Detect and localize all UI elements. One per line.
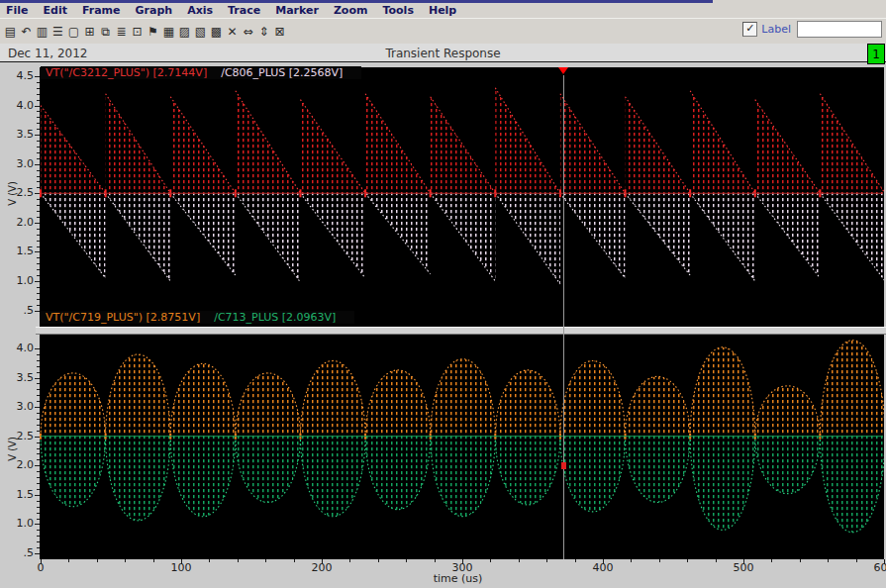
x-minor-tick <box>687 559 688 562</box>
y-minor-tick <box>37 246 40 247</box>
label-input[interactable] <box>797 21 882 38</box>
menu-marker[interactable]: Marker <box>275 4 319 17</box>
x-minor-tick <box>546 559 547 562</box>
y-tick-mark <box>35 135 40 136</box>
trace-label-c713-plus[interactable]: /C713_PLUS [2.0963V] <box>214 311 336 324</box>
split-window-icon[interactable]: ⊞ <box>82 23 97 41</box>
menu-help[interactable]: Help <box>429 4 456 17</box>
x-minor-tick <box>771 559 772 562</box>
y-tick-mark <box>35 553 40 554</box>
strip1-plot-area[interactable] <box>40 67 884 327</box>
redraw-icon[interactable]: ↶ <box>19 23 34 41</box>
zoom-box-icon[interactable]: ⊠ <box>272 23 287 41</box>
y-minor-tick <box>37 536 40 537</box>
fit-icon[interactable]: ✕ <box>225 23 240 41</box>
trace-label-c806-plus[interactable]: /C806_PLUS [2.2568V] <box>221 66 343 79</box>
time-marker-handle-icon[interactable] <box>558 67 568 74</box>
vertical-grid-icon[interactable]: ▥ <box>35 23 49 41</box>
menu-frame[interactable]: Frame <box>82 4 121 17</box>
printer-icon[interactable]: ▤ <box>3 23 18 41</box>
x-minor-tick <box>378 559 379 562</box>
y-tick-label: .5 <box>7 305 34 317</box>
y-minor-tick <box>37 229 40 230</box>
menu-axis[interactable]: Axis <box>187 4 213 17</box>
y-tick-mark <box>35 223 40 224</box>
y-tick-mark <box>35 281 40 282</box>
y-minor-tick <box>37 117 40 118</box>
y-minor-tick <box>37 293 40 294</box>
x-minor-tick <box>294 559 295 562</box>
y-minor-tick <box>37 100 40 101</box>
y-minor-tick <box>37 425 40 426</box>
marker-intersection-dot <box>561 462 566 469</box>
strip-splitter[interactable] <box>36 327 886 335</box>
y-minor-tick <box>37 413 40 414</box>
y-tick-label: 4.0 <box>7 100 34 112</box>
waveform-window: FileEditFrameGraphAxisTraceMarkerZoomToo… <box>0 0 886 588</box>
y-minor-tick <box>37 82 40 83</box>
graph-title: Transient Response <box>0 47 886 60</box>
y-minor-tick <box>37 305 40 306</box>
strip2-plot-area[interactable] <box>40 335 884 559</box>
y-minor-tick <box>37 372 40 373</box>
zoom-y-icon[interactable]: ⇕ <box>256 23 271 41</box>
overlay-bars-icon[interactable]: ≣ <box>114 23 129 41</box>
x-minor-tick <box>828 559 829 562</box>
menu-file[interactable]: File <box>6 4 29 17</box>
new-window-icon[interactable]: ⧉ <box>98 23 113 41</box>
x-minor-tick <box>631 559 632 562</box>
grid-box-icon[interactable]: ▩ <box>209 23 224 41</box>
y-minor-tick <box>37 442 40 443</box>
y-minor-tick <box>37 541 40 542</box>
y-minor-tick <box>37 547 40 548</box>
strip2-legend: VT("/C719_PLUS") [2.8751V] /C713_PLUS [2… <box>41 311 354 324</box>
y-tick-label: 3.0 <box>7 158 34 170</box>
y-minor-tick <box>37 389 40 390</box>
zoom-x-icon[interactable]: ⇔ <box>241 23 255 41</box>
y-minor-tick <box>37 395 40 396</box>
trace-label-c3212-plus[interactable]: VT("/C3212_PLUS") [2.7144V] <box>46 66 207 79</box>
y-minor-tick <box>37 235 40 236</box>
region-box-icon[interactable]: ▢ <box>66 23 81 41</box>
y-tick-label: 1.0 <box>7 518 34 530</box>
y-minor-tick <box>37 383 40 384</box>
y-minor-tick <box>37 459 40 460</box>
y-minor-tick <box>37 489 40 490</box>
y-minor-tick <box>37 501 40 502</box>
y-tick-label: 1.0 <box>7 275 34 287</box>
time-marker-line[interactable] <box>563 75 564 559</box>
menu-graph[interactable]: Graph <box>136 4 173 17</box>
strip-mode-icon[interactable]: ☰ <box>50 23 65 41</box>
y-minor-tick <box>37 519 40 520</box>
zoom-out-x-icon[interactable]: ▨ <box>177 23 192 41</box>
comb-grid-icon[interactable]: ▦ <box>161 23 176 41</box>
flag-marker-icon[interactable]: ⚑ <box>146 23 160 41</box>
menu-tools[interactable]: Tools <box>382 4 413 17</box>
x-minor-tick <box>659 559 660 562</box>
subwindow-badge[interactable]: 1 <box>867 44 885 64</box>
menu-trace[interactable]: Trace <box>228 4 260 17</box>
menu-zoom[interactable]: Zoom <box>334 4 368 17</box>
x-tick-mark <box>603 559 604 564</box>
x-tick-mark <box>181 559 182 564</box>
y-tick-mark <box>35 495 40 496</box>
strip1-legend: VT("/C3212_PLUS") [2.7144V] /C806_PLUS [… <box>41 66 361 79</box>
corner-window-icon[interactable]: ⊡ <box>130 23 145 41</box>
x-minor-tick <box>519 559 520 562</box>
y-minor-tick <box>37 269 40 270</box>
y-minor-tick <box>37 530 40 531</box>
x-minor-tick <box>435 559 436 562</box>
label-checkbox[interactable]: ✓ <box>742 22 757 37</box>
trace-label-c719-plus[interactable]: VT("/C719_PLUS") [2.8751V] <box>46 311 200 324</box>
y-minor-tick <box>37 471 40 472</box>
zoom-out-y-icon[interactable]: ▧ <box>193 23 208 41</box>
y-minor-tick <box>37 123 40 124</box>
y-minor-tick <box>37 181 40 182</box>
x-tick-mark <box>462 559 463 564</box>
menu-edit[interactable]: Edit <box>44 4 67 17</box>
y-minor-tick <box>37 241 40 242</box>
y-tick-mark <box>35 378 40 379</box>
y-minor-tick <box>37 205 40 206</box>
y-tick-label: 3.0 <box>7 401 34 413</box>
y-minor-tick <box>37 211 40 212</box>
